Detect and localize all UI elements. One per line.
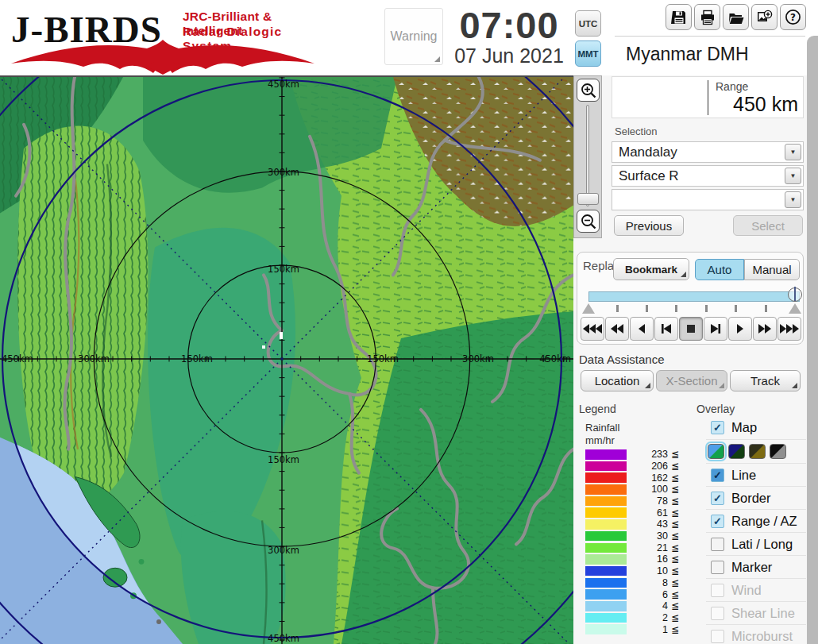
range-label-w-450: 450km — [2, 353, 33, 364]
extra-dropdown[interactable]: ▼ — [612, 189, 804, 210]
range-label-s-450: 450km — [268, 633, 299, 644]
legend-lte-symbol: ≦ — [671, 449, 679, 460]
play-button[interactable] — [728, 317, 752, 341]
clock-time: 07:00 — [450, 3, 569, 47]
print-button[interactable] — [694, 4, 720, 30]
add-image-button[interactable] — [751, 4, 777, 30]
data-assistance-label: Data Assistance — [579, 353, 665, 366]
legend-lte-symbol: ≦ — [671, 461, 679, 472]
chevron-down-icon[interactable]: ▼ — [785, 144, 801, 160]
checkbox — [711, 584, 724, 597]
map-style-swatch-olive[interactable] — [749, 444, 766, 459]
jbirds-logo: J-BIRDS JRC-Brilliant & Intelligent Rada… — [5, 2, 322, 73]
overlay-item-label: Range / AZ — [731, 514, 797, 529]
open-folder-button[interactable] — [723, 4, 749, 30]
overlay-item-wind: Wind — [706, 578, 806, 601]
slider-start-marker[interactable] — [582, 303, 595, 314]
legend-section-label: Legend — [579, 403, 616, 415]
mmt-toggle-button[interactable]: MMT — [575, 40, 601, 67]
checkbox — [711, 538, 724, 551]
forward-fast-button[interactable] — [777, 317, 801, 341]
product-dropdown[interactable]: Surface R ▼ — [612, 165, 804, 187]
map-style-swatch-gray[interactable] — [770, 444, 786, 459]
select-button[interactable]: Select — [733, 215, 803, 236]
range-label: Range — [716, 80, 748, 93]
stop-button[interactable] — [679, 317, 703, 341]
legend-row: 21≦ — [585, 543, 679, 553]
legend-color-swatch — [585, 624, 627, 634]
rewind-button[interactable] — [605, 317, 629, 341]
track-button[interactable]: Track — [730, 370, 801, 391]
overlay-item-microburst: Microburst — [706, 624, 806, 644]
panel-edge-handle[interactable] — [807, 36, 818, 644]
x-section-button[interactable]: X-Section — [656, 370, 727, 391]
stop-icon — [681, 324, 701, 334]
step-forward-button[interactable] — [704, 317, 727, 341]
overlay-item-label: Lati / Long — [731, 537, 793, 552]
location-label: Location — [595, 374, 640, 388]
utc-toggle-button[interactable]: UTC — [575, 10, 601, 37]
legend-lte-symbol: ≦ — [671, 624, 679, 635]
zoom-in-icon — [580, 82, 597, 99]
overlay-section-label: Overlay — [696, 403, 735, 415]
save-button[interactable] — [666, 4, 692, 30]
warning-button[interactable]: Warning — [384, 8, 443, 65]
previous-button[interactable]: Previous — [614, 215, 684, 236]
legend-color-swatch — [585, 496, 627, 507]
range-label-e-450: 450km — [539, 353, 571, 364]
step-back-button[interactable] — [654, 317, 678, 341]
play-back-button[interactable] — [630, 317, 654, 341]
chevron-down-icon[interactable]: ▼ — [785, 191, 801, 208]
legend-value: 162 — [636, 472, 668, 484]
playback-controls — [581, 317, 801, 341]
replay-slider-track[interactable] — [588, 291, 800, 302]
zoom-in-button[interactable] — [577, 79, 600, 102]
site-dropdown[interactable]: Mandalay ▼ — [612, 141, 804, 163]
legend-title: Rainfall — [585, 422, 619, 434]
map-style-swatch-navy-green[interactable] — [728, 444, 745, 459]
zoom-slider-handle[interactable] — [577, 193, 599, 205]
add-image-icon — [756, 9, 773, 25]
manual-button[interactable]: Manual — [744, 259, 800, 280]
overlay-item-marker[interactable]: Marker — [706, 555, 806, 578]
range-label-e-150: 150km — [367, 353, 399, 364]
zoom-out-icon — [580, 213, 597, 230]
rewind-fast-icon — [582, 324, 603, 334]
checkbox — [711, 561, 724, 574]
overlay-item-border[interactable]: ✓Border — [706, 486, 806, 509]
legend-lte-symbol: ≦ — [671, 530, 679, 542]
legend-value: 21 — [636, 542, 668, 553]
legend-row: 233≦ — [585, 449, 679, 460]
overlay-item-line[interactable]: ✓Line — [706, 463, 806, 486]
legend-value: 100 — [636, 484, 668, 495]
legend-color-swatch — [585, 449, 627, 460]
overlay-item-map[interactable]: ✓Map — [706, 416, 806, 439]
help-button[interactable]: ? — [780, 4, 806, 30]
legend-row: 100≦ — [585, 484, 679, 495]
legend-value: 2 — [636, 612, 668, 623]
range-label-s-150: 150km — [268, 454, 299, 465]
forward-fast-icon — [779, 324, 800, 334]
slider-end-marker[interactable] — [789, 303, 801, 314]
legend-color-swatch — [585, 601, 627, 611]
map-style-swatch-blue-green[interactable] — [708, 444, 724, 459]
rewind-fast-button[interactable] — [581, 317, 604, 341]
replay-slider-handle[interactable] — [788, 287, 802, 302]
legend-value: 4 — [636, 600, 668, 611]
radar-map[interactable]: 450km 300km 150km 150km 300km 450km 450k… — [0, 75, 573, 644]
location-button[interactable]: Location — [581, 370, 654, 391]
warning-label: Warning — [391, 29, 438, 44]
zoom-out-button[interactable] — [577, 210, 600, 233]
legend-row: 8≦ — [585, 578, 679, 588]
overlay-item-label: Marker — [731, 560, 772, 575]
auto-button[interactable]: Auto — [695, 259, 744, 280]
overlay-item-range-az[interactable]: ✓Range / AZ — [706, 509, 806, 532]
chevron-down-icon[interactable]: ▼ — [785, 168, 801, 184]
zoom-slider-track[interactable] — [586, 105, 589, 206]
legend-row: 4≦ — [585, 601, 679, 611]
slider-tick — [675, 305, 677, 312]
overlay-item-lati-long[interactable]: Lati / Long — [706, 532, 806, 555]
station-name: Myanmar DMH — [626, 44, 749, 65]
bookmark-button[interactable]: Bookmark — [613, 258, 689, 280]
forward-button[interactable] — [753, 317, 777, 341]
